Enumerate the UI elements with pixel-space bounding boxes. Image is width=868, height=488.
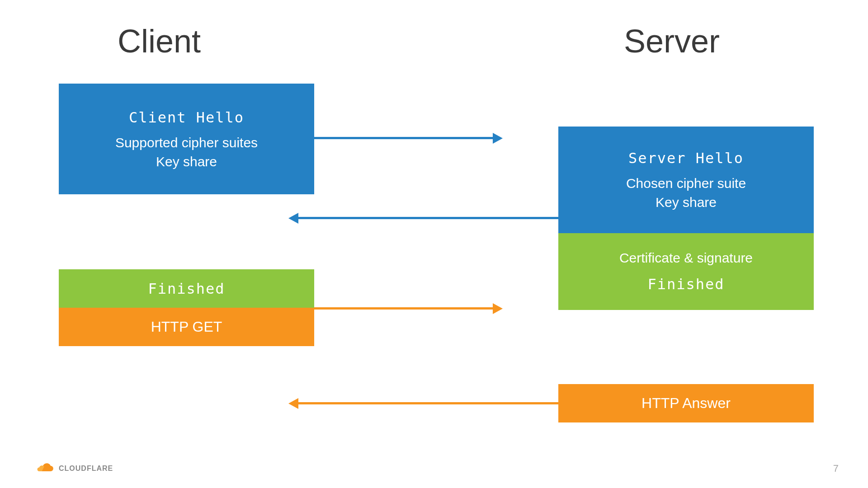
server-hello-title: Server Hello <box>628 150 744 167</box>
server-title: Server <box>624 23 720 60</box>
server-finished-label: Finished <box>647 276 724 293</box>
http-answer-box: HTTP Answer <box>558 384 814 422</box>
client-title: Client <box>118 23 201 60</box>
logo-text: CLOUDFLARE <box>59 465 113 473</box>
arrow-client-hello-head <box>493 133 503 144</box>
server-cert-box: Certificate & signature Finished <box>558 233 814 310</box>
arrow-client-hello <box>314 137 495 139</box>
page-number: 7 <box>833 463 839 474</box>
arrow-http-get <box>314 307 495 310</box>
arrow-server-hello-head <box>288 213 298 224</box>
client-finished-label: Finished <box>148 280 225 297</box>
server-hello-box: Server Hello Chosen cipher suite Key sha… <box>558 127 814 233</box>
client-hello-title: Client Hello <box>129 109 244 126</box>
client-hello-line2: Key share <box>156 154 217 169</box>
cloudflare-logo: CLOUDFLARE <box>36 463 113 474</box>
server-hello-line1: Chosen cipher suite <box>626 176 746 191</box>
arrow-http-get-head <box>493 303 503 314</box>
arrow-server-hello <box>296 217 558 219</box>
server-hello-line2: Key share <box>656 195 717 210</box>
client-finished-box: Finished <box>59 269 314 308</box>
http-answer-label: HTTP Answer <box>642 395 731 412</box>
client-hello-line1: Supported cipher suites <box>115 135 258 150</box>
arrow-http-answer-head <box>288 398 298 409</box>
cloud-icon <box>36 463 55 474</box>
server-cert-line1: Certificate & signature <box>619 250 753 266</box>
client-hello-box: Client Hello Supported cipher suites Key… <box>59 84 314 194</box>
arrow-http-answer <box>296 402 558 404</box>
http-get-label: HTTP GET <box>151 319 222 335</box>
http-get-box: HTTP GET <box>59 308 314 346</box>
